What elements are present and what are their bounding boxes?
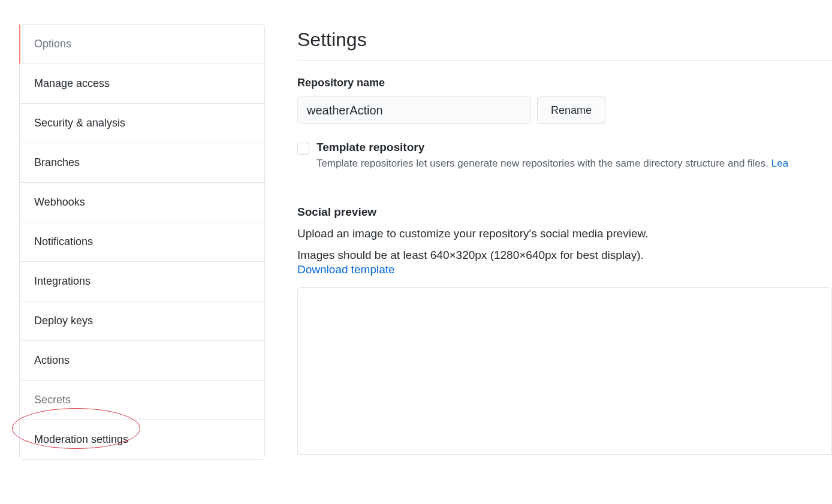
- sidebar-item-label: Secrets: [34, 394, 71, 406]
- sidebar-item-notifications[interactable]: Notifications: [20, 222, 264, 262]
- sidebar-item-label: Integrations: [34, 275, 91, 287]
- sidebar-item-label: Notifications: [34, 236, 93, 248]
- sidebar-item-moderation-settings[interactable]: Moderation settings: [20, 420, 264, 459]
- social-preview-line2: Images should be at least 640×320px (128…: [297, 249, 832, 262]
- settings-sidebar: Options Manage access Security & analysi…: [19, 24, 265, 460]
- sidebar-item-secrets[interactable]: Secrets: [20, 381, 264, 420]
- sidebar-item-label: Actions: [34, 354, 70, 366]
- sidebar-item-options[interactable]: Options: [20, 25, 264, 64]
- sidebar-item-manage-access[interactable]: Manage access: [20, 64, 264, 104]
- template-repository-title: Template repository: [316, 141, 832, 154]
- sidebar-item-actions[interactable]: Actions: [20, 341, 264, 381]
- social-preview-line1: Upload an image to customize your reposi…: [297, 227, 832, 240]
- social-preview-box[interactable]: [297, 287, 832, 455]
- sidebar-item-label: Security & analysis: [34, 117, 125, 129]
- rename-button[interactable]: Rename: [537, 96, 605, 124]
- main-content: Settings Repository name Rename Template…: [265, 24, 832, 504]
- repository-name-section: Repository name Rename: [297, 77, 832, 124]
- sidebar-item-label: Moderation settings: [34, 433, 128, 445]
- sidebar-item-deploy-keys[interactable]: Deploy keys: [20, 301, 264, 341]
- sidebar-item-security-analysis[interactable]: Security & analysis: [20, 104, 264, 143]
- social-preview-title: Social preview: [297, 206, 832, 219]
- repo-name-label: Repository name: [297, 77, 832, 89]
- template-repository-checkbox[interactable]: [297, 143, 309, 155]
- sidebar-item-label: Deploy keys: [34, 315, 93, 327]
- repo-name-input[interactable]: [297, 96, 531, 124]
- download-template-link[interactable]: Download template: [297, 263, 395, 276]
- sidebar-item-integrations[interactable]: Integrations: [20, 262, 264, 301]
- sidebar-item-label: Webhooks: [34, 196, 85, 208]
- sidebar-item-label: Manage access: [34, 77, 110, 89]
- template-repository-row: Template repository Template repositorie…: [297, 141, 832, 170]
- sidebar-item-webhooks[interactable]: Webhooks: [20, 183, 264, 222]
- sidebar-item-label: Options: [34, 38, 71, 50]
- sidebar-item-label: Branches: [34, 156, 80, 168]
- template-repository-learn-link[interactable]: Lea: [771, 158, 788, 169]
- sidebar-item-branches[interactable]: Branches: [20, 143, 264, 183]
- social-preview-section: Social preview Upload an image to custom…: [297, 206, 832, 455]
- template-repository-description: Template repositories let users generate…: [316, 158, 832, 170]
- page-title: Settings: [297, 29, 832, 61]
